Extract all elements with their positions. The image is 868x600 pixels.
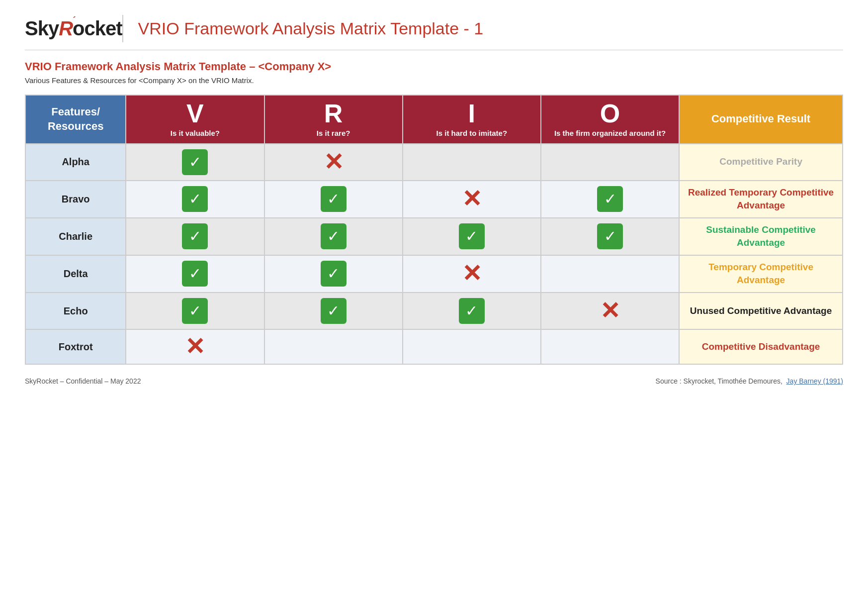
logo-ocket-text: ocket: [73, 17, 122, 39]
header-divider: [122, 15, 123, 42]
check-icon: ✓: [182, 223, 208, 249]
cell-bravo-i: ✕: [403, 181, 541, 218]
result-echo: Unused Competitive Advantage: [679, 293, 843, 329]
cell-delta-o: [541, 255, 679, 293]
result-alpha: Competitive Parity: [679, 144, 843, 181]
sub-heading-description: Various Features & Resources for <Compan…: [25, 76, 843, 85]
table-row: Alpha✓✕Competitive Parity: [25, 144, 843, 181]
sub-heading: VRIO Framework Analysis Matrix Template …: [25, 60, 843, 85]
cell-alpha-o: [541, 144, 679, 181]
th-v: V Is it valuable?: [126, 95, 264, 144]
check-icon: ✓: [321, 298, 347, 324]
cell-foxtrot-r: [264, 329, 403, 364]
table-row: Charlie✓✓✓✓Sustainable Competitive Advan…: [25, 218, 843, 255]
cell-echo-v: ✓: [126, 293, 264, 329]
check-icon: ✓: [182, 149, 208, 175]
table-row: Echo✓✓✓✕Unused Competitive Advantage: [25, 293, 843, 329]
th-r: R Is it rare?: [264, 95, 403, 144]
th-o: O Is the firm organized around it?: [541, 95, 679, 144]
footer-right-text: Source : Skyrocket, Timothée Demoures,: [656, 377, 782, 385]
cell-charlie-r: ✓: [264, 218, 403, 255]
cell-charlie-i: ✓: [403, 218, 541, 255]
footer-right: Source : Skyrocket, Timothée Demoures, J…: [656, 377, 843, 385]
check-icon: ✓: [597, 186, 623, 212]
cell-foxtrot-o: [541, 329, 679, 364]
cross-icon: ✕: [185, 335, 205, 359]
logo-r-letter: R: [59, 17, 73, 39]
cell-bravo-v: ✓: [126, 181, 264, 218]
cell-delta-i: ✕: [403, 255, 541, 293]
th-features: Features/ Resources: [25, 95, 126, 144]
check-icon: ✓: [182, 298, 208, 324]
cell-foxtrot-v: ✕: [126, 329, 264, 364]
th-i-letter: I: [407, 100, 536, 126]
th-o-letter: O: [545, 100, 675, 126]
row-label-foxtrot: Foxtrot: [25, 329, 126, 364]
check-icon: ✓: [182, 186, 208, 212]
row-label-delta: Delta: [25, 255, 126, 293]
th-i-sub: Is it hard to imitate?: [407, 128, 536, 138]
row-label-bravo: Bravo: [25, 181, 126, 218]
page-header: SkyRocket VRIO Framework Analysis Matrix…: [25, 15, 843, 50]
th-o-sub: Is the firm organized around it?: [545, 128, 675, 138]
row-label-charlie: Charlie: [25, 218, 126, 255]
table-row: Foxtrot✕Competitive Disadvantage: [25, 329, 843, 364]
footer-right-link[interactable]: Jay Barney (1991): [786, 377, 843, 385]
cell-alpha-i: [403, 144, 541, 181]
header-title: VRIO Framework Analysis Matrix Template …: [138, 19, 484, 38]
check-icon: ✓: [459, 223, 485, 249]
cell-alpha-r: ✕: [264, 144, 403, 181]
cell-charlie-v: ✓: [126, 218, 264, 255]
cell-echo-o: ✕: [541, 293, 679, 329]
check-icon: ✓: [321, 186, 347, 212]
cross-icon: ✕: [600, 299, 620, 323]
th-v-sub: Is it valuable?: [130, 128, 260, 138]
cell-bravo-o: ✓: [541, 181, 679, 218]
table-row: Bravo✓✓✕✓Realized Temporary Competitive …: [25, 181, 843, 218]
cell-alpha-v: ✓: [126, 144, 264, 181]
cell-foxtrot-i: [403, 329, 541, 364]
cell-echo-i: ✓: [403, 293, 541, 329]
th-r-letter: R: [269, 100, 398, 126]
check-icon: ✓: [321, 223, 347, 249]
page-footer: SkyRocket – Confidential – May 2022 Sour…: [25, 377, 843, 385]
cell-bravo-r: ✓: [264, 181, 403, 218]
sub-heading-title: VRIO Framework Analysis Matrix Template …: [25, 60, 843, 73]
th-v-letter: V: [130, 100, 260, 126]
cross-icon: ✕: [462, 187, 482, 211]
vrio-matrix-table: Features/ Resources V Is it valuable? R …: [25, 95, 843, 365]
th-result: Competitive Result: [679, 95, 843, 144]
logo: SkyRocket: [25, 17, 122, 40]
cross-icon: ✕: [462, 262, 482, 286]
cell-delta-v: ✓: [126, 255, 264, 293]
cell-echo-r: ✓: [264, 293, 403, 329]
row-label-echo: Echo: [25, 293, 126, 329]
result-bravo: Realized Temporary Competitive Advantage: [679, 181, 843, 218]
th-i: I Is it hard to imitate?: [403, 95, 541, 144]
result-charlie: Sustainable Competitive Advantage: [679, 218, 843, 255]
cell-delta-r: ✓: [264, 255, 403, 293]
result-delta: Temporary Competitive Advantage: [679, 255, 843, 293]
result-foxtrot: Competitive Disadvantage: [679, 329, 843, 364]
check-icon: ✓: [597, 223, 623, 249]
table-row: Delta✓✓✕Temporary Competitive Advantage: [25, 255, 843, 293]
table-header-row: Features/ Resources V Is it valuable? R …: [25, 95, 843, 144]
row-label-alpha: Alpha: [25, 144, 126, 181]
check-icon: ✓: [182, 261, 208, 287]
th-r-sub: Is it rare?: [269, 128, 398, 138]
check-icon: ✓: [321, 261, 347, 287]
footer-left: SkyRocket – Confidential – May 2022: [25, 377, 141, 385]
logo-sky-text: Sky: [25, 17, 59, 39]
check-icon: ✓: [459, 298, 485, 324]
cross-icon: ✕: [324, 150, 344, 174]
cell-charlie-o: ✓: [541, 218, 679, 255]
